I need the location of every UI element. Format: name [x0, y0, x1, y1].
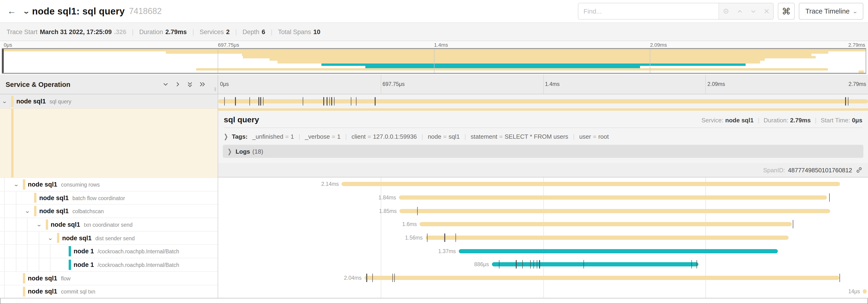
span-bar[interactable] [425, 236, 788, 240]
span-bar[interactable] [420, 222, 792, 227]
log-tick [845, 97, 846, 105]
trace-minimap: 0μs 697.75μs 1.4ms 2.09ms 2.79ms [0, 41, 868, 75]
services-value: 2 [226, 28, 229, 35]
span-duration-label: 14μs [848, 289, 860, 294]
logs-row[interactable]: ❯ Logs (18) [223, 145, 863, 158]
log-tick [303, 97, 303, 105]
tree-row-flow[interactable]: node sql1flow [0, 271, 218, 284]
find-input[interactable] [578, 3, 718, 19]
span-bar-row-6[interactable]: 1.37ms [218, 244, 868, 258]
span-bar-row-7[interactable]: 886μs [218, 258, 868, 271]
span-bar-row-2[interactable]: 1.84ms [218, 191, 868, 204]
log-tick [235, 97, 236, 105]
log-tick [260, 97, 261, 105]
find-prev-icon[interactable] [737, 8, 743, 14]
log-tick [793, 220, 793, 229]
service-color-bar [68, 246, 71, 257]
tree-row-consuming-rows[interactable]: ⌄node sql1consuming rows [0, 177, 218, 191]
span-bar-row-8[interactable]: 2.04ms [218, 271, 868, 284]
logs-label: Logs [236, 148, 250, 155]
tag-_verbose: _verbose=1 [305, 133, 341, 140]
expand-all-icon[interactable] [199, 81, 206, 87]
operation-name: flow [61, 275, 70, 281]
log-tick [366, 274, 367, 282]
tree-row-commit-sql-txn[interactable]: node sql1commit sql txn [0, 284, 218, 298]
span-bar[interactable] [364, 276, 839, 280]
minimap-canvas[interactable] [2, 48, 866, 74]
tree-row--cockroach-roachpb-internal-batch[interactable]: node 1/cockroach.roachpb.Internal/Batch [0, 244, 218, 258]
service-operation-title: Service & Operation [6, 80, 70, 88]
minimap-span-strip [859, 70, 864, 73]
tag-statement: statement=SELECT * FROM users [471, 133, 568, 140]
back-button[interactable]: ← [5, 4, 19, 18]
depth-value: 6 [261, 28, 265, 35]
log-tick [249, 97, 250, 105]
trace-start-value: March 31 2022, 17:25:09 [40, 28, 112, 35]
tree-row-colbatchscan[interactable]: ⌄node sql1colbatchscan [0, 204, 218, 217]
row-expand-chevron-icon[interactable]: ⌄ [25, 208, 30, 214]
tags-row[interactable]: ❯ Tags: _unfinished=1|_verbose=1|client=… [218, 131, 868, 142]
span-bar[interactable] [218, 99, 868, 103]
log-tick [329, 97, 330, 105]
tree-row-dist-sender-send[interactable]: ⌄node sql1dist sender send [0, 231, 218, 244]
trace-id: 7418682 [129, 6, 162, 16]
tree-row--cockroach-roachpb-internal-batch[interactable]: node 1/cockroach.roachpb.Internal/Batch [0, 258, 218, 271]
detail-span-bar [218, 108, 868, 111]
span-bar[interactable] [399, 195, 827, 200]
column-resize-grip[interactable]: ‖ [214, 87, 217, 92]
log-tick [516, 260, 517, 269]
minimap-drag-handle[interactable] [2, 49, 4, 73]
detail-span-title: sql query [224, 115, 259, 125]
find-next-icon[interactable] [750, 8, 756, 14]
collapse-all-icon[interactable] [187, 81, 193, 88]
log-tick [356, 97, 357, 105]
service-color-bar [34, 206, 36, 216]
collapse-one-icon[interactable] [162, 81, 169, 87]
service-color-bar [23, 273, 25, 283]
span-bar[interactable] [342, 182, 840, 186]
minimap-span-strip [321, 63, 746, 66]
copy-link-icon[interactable] [856, 167, 862, 173]
span-bar-row-1[interactable]: 2.14ms [218, 177, 868, 191]
title-collapse-chevron-icon[interactable]: ⌄ [23, 7, 30, 15]
row-expand-chevron-icon[interactable]: ⌄ [2, 98, 7, 104]
log-tick [327, 97, 328, 105]
minimap-tick-0: 0μs [4, 42, 12, 47]
trace-timeline-view-button[interactable]: Trace Timeline ⌄ [799, 3, 863, 20]
span-bar[interactable] [863, 289, 867, 294]
tree-row-txn-coordinator-send[interactable]: ⌄node sql1txn coordinator send [0, 217, 218, 231]
row-expand-chevron-icon[interactable]: ⌄ [48, 235, 53, 241]
trace-summary-bar: Trace Start March 31 2022, 17:25:09.326 … [0, 23, 868, 41]
span-bar-row-9[interactable]: 14μs [218, 284, 868, 298]
tags-expand-chevron-icon[interactable]: ❯ [224, 133, 228, 141]
operation-name: /cockroach.roachpb.Internal/Batch [98, 262, 179, 268]
span-duration-label: 1.6ms [402, 222, 417, 227]
span-bar[interactable] [399, 209, 830, 213]
span-duration-label: 2.14ms [321, 181, 339, 187]
duration-value: 2.79ms [165, 28, 187, 35]
log-tick [393, 274, 393, 282]
operation-name: colbatchscan [72, 208, 104, 214]
keyboard-shortcuts-button[interactable]: ⌘ [778, 3, 795, 20]
span-bar-row-4[interactable]: 1.6ms [218, 217, 868, 231]
ruler-tick-3: 2.09ms [708, 81, 725, 87]
tree-row-sql-query[interactable]: ⌄node sql1sql query [0, 94, 218, 108]
row-expand-chevron-icon[interactable]: ⌄ [36, 222, 41, 228]
log-tick [522, 260, 523, 269]
span-timeline: sql query Service: node sql1 | Duration:… [218, 94, 868, 298]
tree-row-batch-flow-coordinator[interactable]: node sql1batch flow coordinator [0, 191, 218, 204]
span-bar[interactable] [459, 249, 778, 253]
match-highlight-icon[interactable] [723, 8, 729, 14]
trace-timeline-view-label: Trace Timeline [805, 7, 849, 15]
row-expand-chevron-icon[interactable]: ⌄ [13, 181, 19, 188]
expand-one-icon[interactable] [175, 81, 181, 87]
timeline-ruler: 0μs 697.75μs 1.4ms 2.09ms 2.79ms [218, 75, 868, 94]
logs-expand-chevron-icon[interactable]: ❯ [227, 147, 232, 155]
detail-starttime-value: 0μs [852, 117, 862, 124]
span-bar-row-3[interactable]: 1.85ms [218, 204, 868, 217]
span-bar-row-0[interactable] [218, 94, 868, 108]
tag-_unfinished: _unfinished=1 [252, 133, 294, 140]
minimap-tick-3: 2.09ms [650, 42, 667, 47]
find-clear-icon[interactable] [764, 8, 769, 14]
span-bar-row-5[interactable]: 1.56ms [218, 231, 868, 244]
